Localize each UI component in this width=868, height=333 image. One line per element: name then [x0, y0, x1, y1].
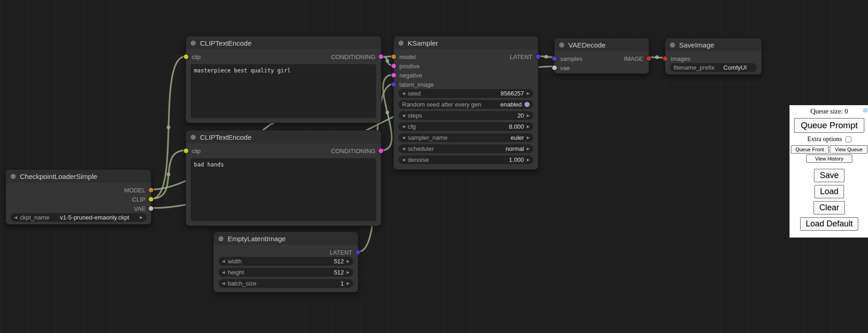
sampler-name-widget[interactable]: ◀ sampler_name euler ▶ — [398, 133, 533, 142]
increment-arrow-icon[interactable]: ▶ — [527, 158, 530, 162]
node-title-bar[interactable]: CheckpointLoaderSimple — [6, 170, 151, 183]
widget-label: height — [228, 269, 244, 276]
vae-input-port[interactable] — [552, 65, 557, 70]
random-seed-toggle-widget[interactable]: Random seed after every gen enabled — [398, 100, 533, 109]
node-cliptextencode-positive[interactable]: CLIPTextEncode clip CONDITIONING masterp… — [186, 36, 381, 123]
slot-row: CLIP — [6, 195, 151, 204]
input-label: negative — [399, 72, 422, 79]
settings-gear-icon[interactable]: ⚙ — [862, 107, 868, 114]
negative-prompt-textarea[interactable]: bad hands — [191, 158, 376, 221]
height-widget[interactable]: ◀ height 512 ▶ — [218, 268, 353, 277]
node-vaedecode[interactable]: VAEDecode samples IMAGE vae — [554, 38, 649, 74]
width-widget[interactable]: ◀ width 512 ▶ — [218, 257, 353, 266]
decrement-arrow-icon[interactable]: ◀ — [402, 114, 405, 118]
collapse-dot-icon[interactable] — [398, 41, 404, 46]
positive-input-port[interactable] — [392, 64, 396, 68]
widget-value: 8.000 — [509, 123, 524, 130]
clip-input-port[interactable] — [184, 54, 188, 59]
decrement-arrow-icon[interactable]: ◀ — [402, 92, 405, 95]
decrement-arrow-icon[interactable]: ◀ — [14, 216, 17, 220]
node-title-bar[interactable]: CLIPTextEncode — [186, 36, 381, 49]
increment-arrow-icon[interactable]: ▶ — [347, 260, 350, 263]
filename-prefix-widget[interactable]: filename_prefix ComfyUI — [670, 63, 757, 72]
node-canvas[interactable]: CheckpointLoaderSimple MODEL CLIP VAE ◀ … — [0, 0, 868, 333]
seed-widget[interactable]: ◀ seed 8566257 ▶ — [398, 89, 533, 98]
node-title-bar[interactable]: EmptyLatentImage — [214, 232, 358, 245]
positive-prompt-textarea[interactable]: masterpiece best quality girl — [191, 64, 376, 118]
node-saveimage[interactable]: SaveImage images filename_prefix ComfyUI — [665, 38, 762, 75]
node-title: KSampler — [408, 39, 438, 47]
collapse-dot-icon[interactable] — [191, 135, 196, 140]
node-title-bar[interactable]: VAEDecode — [555, 38, 649, 51]
decrement-arrow-icon[interactable]: ◀ — [402, 125, 405, 129]
collapse-dot-icon[interactable] — [11, 174, 16, 179]
collapse-dot-icon[interactable] — [670, 42, 675, 48]
increment-arrow-icon[interactable]: ▶ — [527, 136, 530, 140]
samples-input-port[interactable] — [552, 56, 557, 61]
increment-arrow-icon[interactable]: ▶ — [527, 125, 530, 129]
decrement-arrow-icon[interactable]: ◀ — [222, 271, 225, 274]
node-title-bar[interactable]: KSampler — [394, 36, 538, 49]
latent-output-port[interactable] — [536, 54, 540, 59]
view-history-button[interactable]: View History — [806, 155, 852, 163]
cfg-widget[interactable]: ◀ cfg 8.000 ▶ — [398, 122, 533, 131]
ckpt-name-combo-widget[interactable]: ◀ ckpt_name v1-5-pruned-emaonly.ckpt ▶ — [11, 213, 146, 222]
increment-arrow-icon[interactable]: ▶ — [347, 282, 350, 285]
images-input-port[interactable] — [663, 56, 668, 61]
toggle-indicator-icon[interactable] — [524, 102, 530, 107]
clip-output-port[interactable] — [149, 197, 153, 202]
latent-image-input-port[interactable] — [392, 82, 396, 87]
toggle-label: Random seed after every gen — [402, 101, 481, 108]
load-button[interactable]: Load — [814, 185, 844, 198]
collapse-dot-icon[interactable] — [191, 41, 196, 46]
clip-input-port[interactable] — [184, 149, 188, 153]
node-checkpointloadersimple[interactable]: CheckpointLoaderSimple MODEL CLIP VAE ◀ … — [6, 169, 151, 225]
increment-arrow-icon[interactable]: ▶ — [140, 216, 143, 220]
node-title-bar[interactable]: CLIPTextEncode — [186, 131, 381, 143]
conditioning-output-port[interactable] — [379, 54, 383, 59]
increment-arrow-icon[interactable]: ▶ — [527, 92, 530, 95]
node-title-bar[interactable]: SaveImage — [665, 38, 761, 51]
model-input-port[interactable] — [392, 54, 396, 59]
load-default-button[interactable]: Load Default — [800, 217, 858, 231]
slot-row: VAE — [6, 204, 151, 213]
conditioning-output-port[interactable] — [379, 149, 383, 153]
clear-button[interactable]: Clear — [814, 201, 844, 214]
collapse-dot-icon[interactable] — [559, 42, 564, 48]
image-output-port[interactable] — [646, 56, 651, 61]
decrement-arrow-icon[interactable]: ◀ — [402, 158, 405, 162]
denoise-widget[interactable]: ◀ denoise 1.000 ▶ — [398, 155, 533, 164]
save-button[interactable]: Save — [814, 169, 844, 182]
output-label: CONDITIONING — [331, 54, 375, 60]
node-emptylatentimage[interactable]: EmptyLatentImage LATENT ◀ width 512 ▶ ◀ … — [213, 232, 358, 292]
latent-output-port[interactable] — [356, 250, 360, 255]
decrement-arrow-icon[interactable]: ◀ — [402, 136, 405, 140]
queue-prompt-button[interactable]: Queue Prompt — [794, 118, 864, 133]
view-queue-button[interactable]: View Queue — [830, 145, 868, 154]
increment-arrow-icon[interactable]: ▶ — [527, 114, 530, 118]
slot-row: positive — [394, 61, 538, 71]
collapse-dot-icon[interactable] — [218, 236, 223, 241]
output-label: LATENT — [330, 249, 352, 256]
extra-options-checkbox[interactable] — [845, 137, 851, 143]
slot-row: LATENT — [214, 248, 358, 257]
decrement-arrow-icon[interactable]: ◀ — [222, 260, 225, 263]
vae-output-port[interactable] — [149, 206, 153, 211]
increment-arrow-icon[interactable]: ▶ — [347, 271, 350, 274]
node-ksampler[interactable]: KSampler model LATENT positive negative … — [393, 36, 538, 170]
batch-size-widget[interactable]: ◀ batch_size 1 ▶ — [218, 279, 353, 288]
scheduler-widget[interactable]: ◀ scheduler normal ▶ — [398, 144, 533, 153]
model-output-port[interactable] — [149, 188, 153, 192]
widget-label: width — [228, 258, 241, 265]
steps-widget[interactable]: ◀ steps 20 ▶ — [398, 111, 533, 120]
queue-front-button[interactable]: Queue Front — [791, 145, 829, 154]
node-cliptextencode-negative[interactable]: CLIPTextEncode clip CONDITIONING bad han… — [186, 130, 381, 226]
negative-input-port[interactable] — [392, 73, 396, 77]
widget-label: ckpt_name — [20, 214, 49, 221]
decrement-arrow-icon[interactable]: ◀ — [222, 282, 225, 285]
widget-label: seed — [408, 90, 421, 97]
decrement-arrow-icon[interactable]: ◀ — [402, 147, 405, 151]
widget-label: filename_prefix — [674, 64, 714, 71]
widget-value: normal — [506, 145, 524, 152]
increment-arrow-icon[interactable]: ▶ — [527, 147, 530, 151]
